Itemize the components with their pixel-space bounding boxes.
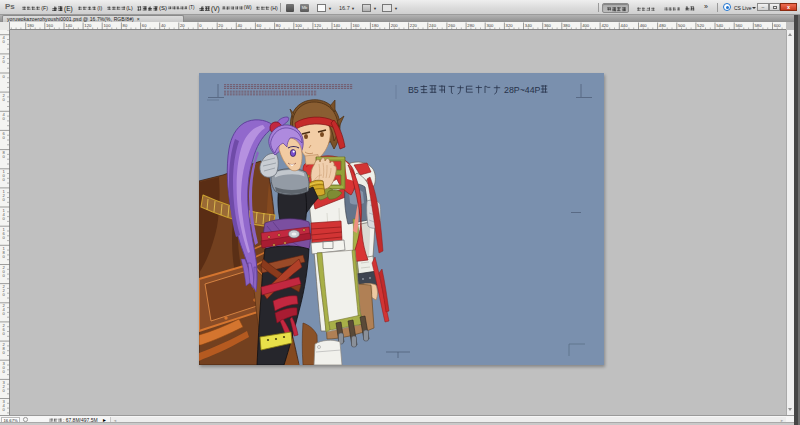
- svg-text:460: 460: [640, 23, 648, 28]
- svg-text:60: 60: [257, 23, 262, 28]
- svg-text:28P~44P: 28P~44P: [504, 85, 541, 95]
- svg-text:0: 0: [3, 369, 6, 374]
- svg-text:500: 500: [678, 23, 686, 28]
- svg-text:0: 0: [3, 97, 6, 102]
- svg-text:340: 340: [525, 23, 533, 28]
- svg-text:380: 380: [563, 23, 571, 28]
- svg-text:0: 0: [3, 197, 6, 202]
- svg-text:560: 560: [735, 23, 743, 28]
- svg-text:(H): (H): [271, 5, 278, 11]
- svg-text:0: 0: [3, 331, 6, 336]
- svg-text:0: 0: [3, 177, 6, 182]
- svg-text:520: 520: [697, 23, 705, 28]
- svg-text:600: 600: [774, 23, 782, 28]
- svg-text:240: 240: [429, 23, 437, 28]
- svg-text:260: 260: [448, 23, 456, 28]
- svg-text:0: 0: [3, 273, 6, 278]
- svg-text:B5: B5: [408, 85, 419, 95]
- svg-text:(I): (I): [97, 5, 102, 11]
- svg-text:0: 0: [3, 39, 6, 44]
- svg-text:360: 360: [544, 23, 552, 28]
- svg-text:(S): (S): [159, 5, 167, 11]
- svg-text:440: 440: [621, 23, 629, 28]
- svg-text:(V): (V): [211, 5, 220, 13]
- svg-text:480: 480: [659, 23, 667, 28]
- svg-text:0: 0: [3, 388, 6, 393]
- svg-text:(T): (T): [189, 5, 195, 10]
- svg-text:80: 80: [123, 23, 128, 28]
- svg-text:0: 0: [3, 154, 6, 159]
- svg-text:200: 200: [391, 23, 399, 28]
- svg-text:100: 100: [104, 23, 112, 28]
- svg-text:(E): (E): [64, 5, 73, 13]
- svg-text:0: 0: [3, 216, 6, 221]
- svg-text:0: 0: [3, 74, 6, 79]
- svg-text:280: 280: [467, 23, 475, 28]
- svg-text:0: 0: [3, 292, 6, 297]
- svg-text:0: 0: [199, 23, 202, 28]
- svg-text:160: 160: [352, 23, 360, 28]
- svg-text:(W): (W): [244, 5, 252, 10]
- svg-text:20: 20: [218, 23, 223, 28]
- svg-text:140: 140: [65, 23, 73, 28]
- svg-text:160: 160: [46, 23, 54, 28]
- svg-text:80: 80: [276, 23, 281, 28]
- svg-text:220: 220: [410, 23, 418, 28]
- svg-text:400: 400: [582, 23, 590, 28]
- svg-text:0: 0: [3, 407, 6, 412]
- svg-text:320: 320: [506, 23, 514, 28]
- svg-text:0: 0: [3, 254, 6, 259]
- svg-text:(F): (F): [41, 5, 48, 11]
- svg-text:0: 0: [3, 59, 6, 64]
- svg-text:(L): (L): [126, 5, 133, 11]
- svg-text:180: 180: [372, 23, 380, 28]
- svg-text:100: 100: [295, 23, 303, 28]
- svg-text:20: 20: [180, 23, 185, 28]
- svg-text:0: 0: [3, 350, 6, 355]
- svg-text:140: 140: [333, 23, 341, 28]
- svg-text:40: 40: [238, 23, 243, 28]
- svg-text:420: 420: [601, 23, 609, 28]
- svg-text:580: 580: [755, 23, 763, 28]
- svg-text:0: 0: [3, 311, 6, 316]
- svg-text:300: 300: [486, 23, 494, 28]
- svg-text:40: 40: [161, 23, 166, 28]
- svg-text:180: 180: [27, 23, 35, 28]
- svg-text:0: 0: [3, 116, 6, 121]
- svg-text:60: 60: [142, 23, 147, 28]
- svg-text:120: 120: [314, 23, 322, 28]
- svg-text:120: 120: [84, 23, 92, 28]
- svg-text:0: 0: [3, 135, 6, 140]
- svg-text:540: 540: [716, 23, 724, 28]
- svg-text:0: 0: [3, 235, 6, 240]
